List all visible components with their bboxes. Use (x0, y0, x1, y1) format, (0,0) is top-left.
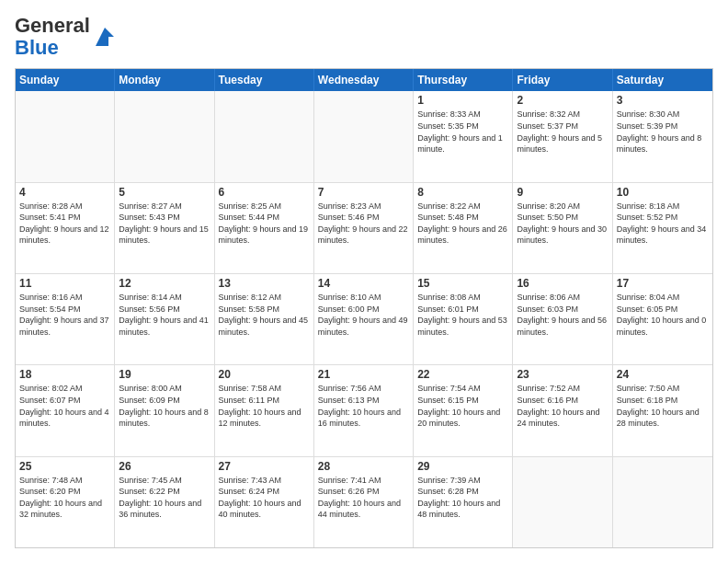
cell-sun-info: Sunrise: 7:50 AM Sunset: 6:18 PM Dayligh… (617, 383, 709, 429)
weekday-header: Sunday (16, 69, 115, 91)
day-number: 17 (617, 277, 709, 290)
day-number: 2 (517, 94, 608, 107)
calendar-cell (115, 91, 214, 181)
day-number: 13 (219, 277, 310, 290)
day-number: 1 (417, 94, 508, 107)
calendar-cell: 20Sunrise: 7:58 AM Sunset: 6:11 PM Dayli… (215, 365, 314, 455)
cell-sun-info: Sunrise: 7:45 AM Sunset: 6:22 PM Dayligh… (119, 475, 210, 521)
day-number: 23 (517, 368, 608, 381)
day-number: 4 (19, 186, 110, 199)
weekday-header: Wednesday (314, 69, 414, 91)
day-number: 19 (119, 368, 210, 381)
cell-sun-info: Sunrise: 7:39 AM Sunset: 6:28 PM Dayligh… (417, 475, 508, 521)
cell-sun-info: Sunrise: 8:14 AM Sunset: 5:56 PM Dayligh… (119, 292, 210, 338)
calendar-cell: 22Sunrise: 7:54 AM Sunset: 6:15 PM Dayli… (414, 365, 513, 455)
cell-sun-info: Sunrise: 8:02 AM Sunset: 6:07 PM Dayligh… (19, 383, 110, 429)
calendar-cell (314, 91, 414, 181)
weekday-header: Tuesday (215, 69, 314, 91)
calendar-cell: 11Sunrise: 8:16 AM Sunset: 5:54 PM Dayli… (16, 274, 115, 364)
cell-sun-info: Sunrise: 8:32 AM Sunset: 5:37 PM Dayligh… (517, 109, 608, 155)
day-number: 29 (417, 460, 508, 473)
day-number: 11 (19, 277, 110, 290)
calendar-cell (215, 91, 314, 181)
cell-sun-info: Sunrise: 8:12 AM Sunset: 5:58 PM Dayligh… (219, 292, 310, 338)
calendar-row: 4Sunrise: 8:28 AM Sunset: 5:41 PM Daylig… (16, 183, 712, 274)
day-number: 9 (517, 186, 608, 199)
day-number: 18 (19, 368, 110, 381)
calendar-cell (513, 457, 612, 547)
calendar-cell: 10Sunrise: 8:18 AM Sunset: 5:52 PM Dayli… (613, 183, 712, 273)
weekday-header: Monday (115, 69, 214, 91)
calendar-cell: 16Sunrise: 8:06 AM Sunset: 6:03 PM Dayli… (513, 274, 612, 364)
calendar-cell: 24Sunrise: 7:50 AM Sunset: 6:18 PM Dayli… (613, 365, 712, 455)
logo-icon (92, 24, 118, 50)
day-number: 10 (617, 186, 709, 199)
calendar-cell: 27Sunrise: 7:43 AM Sunset: 6:24 PM Dayli… (215, 457, 314, 547)
day-number: 3 (617, 94, 709, 107)
weekday-header: Saturday (613, 69, 712, 91)
cell-sun-info: Sunrise: 7:52 AM Sunset: 6:16 PM Dayligh… (517, 383, 608, 429)
calendar-cell: 7Sunrise: 8:23 AM Sunset: 5:46 PM Daylig… (314, 183, 414, 273)
day-number: 27 (219, 460, 310, 473)
cell-sun-info: Sunrise: 8:00 AM Sunset: 6:09 PM Dayligh… (119, 383, 210, 429)
cell-sun-info: Sunrise: 7:58 AM Sunset: 6:11 PM Dayligh… (219, 383, 310, 429)
cell-sun-info: Sunrise: 8:20 AM Sunset: 5:50 PM Dayligh… (517, 201, 608, 247)
page-header: General Blue (15, 15, 713, 59)
calendar-row: 18Sunrise: 8:02 AM Sunset: 6:07 PM Dayli… (16, 365, 712, 456)
logo-blue: Blue (15, 36, 59, 59)
cell-sun-info: Sunrise: 8:16 AM Sunset: 5:54 PM Dayligh… (19, 292, 110, 338)
day-number: 14 (318, 277, 409, 290)
day-number: 28 (318, 460, 409, 473)
day-number: 20 (219, 368, 310, 381)
cell-sun-info: Sunrise: 7:48 AM Sunset: 6:20 PM Dayligh… (19, 475, 110, 521)
calendar-cell: 12Sunrise: 8:14 AM Sunset: 5:56 PM Dayli… (115, 274, 214, 364)
cell-sun-info: Sunrise: 7:56 AM Sunset: 6:13 PM Dayligh… (318, 383, 409, 429)
logo: General Blue (15, 15, 118, 59)
calendar-cell: 3Sunrise: 8:30 AM Sunset: 5:39 PM Daylig… (613, 91, 712, 181)
day-number: 15 (417, 277, 508, 290)
calendar-cell: 28Sunrise: 7:41 AM Sunset: 6:26 PM Dayli… (314, 457, 414, 547)
calendar-cell: 1Sunrise: 8:33 AM Sunset: 5:35 PM Daylig… (414, 91, 513, 181)
calendar-cell: 5Sunrise: 8:27 AM Sunset: 5:43 PM Daylig… (115, 183, 214, 273)
weekday-header: Friday (513, 69, 612, 91)
calendar-header: SundayMondayTuesdayWednesdayThursdayFrid… (16, 69, 712, 91)
cell-sun-info: Sunrise: 8:22 AM Sunset: 5:48 PM Dayligh… (417, 201, 508, 247)
calendar-cell: 17Sunrise: 8:04 AM Sunset: 6:05 PM Dayli… (613, 274, 712, 364)
calendar-cell: 13Sunrise: 8:12 AM Sunset: 5:58 PM Dayli… (215, 274, 314, 364)
calendar-cell: 19Sunrise: 8:00 AM Sunset: 6:09 PM Dayli… (115, 365, 214, 455)
day-number: 21 (318, 368, 409, 381)
calendar-cell (613, 457, 712, 547)
calendar-cell (16, 91, 115, 181)
cell-sun-info: Sunrise: 8:30 AM Sunset: 5:39 PM Dayligh… (617, 109, 709, 155)
calendar-row: 1Sunrise: 8:33 AM Sunset: 5:35 PM Daylig… (16, 91, 712, 182)
calendar-cell: 6Sunrise: 8:25 AM Sunset: 5:44 PM Daylig… (215, 183, 314, 273)
cell-sun-info: Sunrise: 8:33 AM Sunset: 5:35 PM Dayligh… (417, 109, 508, 155)
day-number: 26 (119, 460, 210, 473)
cell-sun-info: Sunrise: 7:41 AM Sunset: 6:26 PM Dayligh… (318, 475, 409, 521)
calendar-cell: 15Sunrise: 8:08 AM Sunset: 6:01 PM Dayli… (414, 274, 513, 364)
cell-sun-info: Sunrise: 7:54 AM Sunset: 6:15 PM Dayligh… (417, 383, 508, 429)
weekday-header: Thursday (414, 69, 513, 91)
day-number: 6 (219, 186, 310, 199)
day-number: 24 (617, 368, 709, 381)
day-number: 25 (19, 460, 110, 473)
cell-sun-info: Sunrise: 8:25 AM Sunset: 5:44 PM Dayligh… (219, 201, 310, 247)
cell-sun-info: Sunrise: 7:43 AM Sunset: 6:24 PM Dayligh… (219, 475, 310, 521)
cell-sun-info: Sunrise: 8:23 AM Sunset: 5:46 PM Dayligh… (318, 201, 409, 247)
calendar-cell: 18Sunrise: 8:02 AM Sunset: 6:07 PM Dayli… (16, 365, 115, 455)
cell-sun-info: Sunrise: 8:04 AM Sunset: 6:05 PM Dayligh… (617, 292, 709, 338)
calendar-cell: 29Sunrise: 7:39 AM Sunset: 6:28 PM Dayli… (414, 457, 513, 547)
calendar-cell: 2Sunrise: 8:32 AM Sunset: 5:37 PM Daylig… (513, 91, 612, 181)
day-number: 8 (417, 186, 508, 199)
day-number: 7 (318, 186, 409, 199)
calendar-cell: 4Sunrise: 8:28 AM Sunset: 5:41 PM Daylig… (16, 183, 115, 273)
cell-sun-info: Sunrise: 8:28 AM Sunset: 5:41 PM Dayligh… (19, 201, 110, 247)
calendar-cell: 23Sunrise: 7:52 AM Sunset: 6:16 PM Dayli… (513, 365, 612, 455)
calendar: SundayMondayTuesdayWednesdayThursdayFrid… (15, 68, 713, 548)
day-number: 22 (417, 368, 508, 381)
cell-sun-info: Sunrise: 8:27 AM Sunset: 5:43 PM Dayligh… (119, 201, 210, 247)
cell-sun-info: Sunrise: 8:18 AM Sunset: 5:52 PM Dayligh… (617, 201, 709, 247)
calendar-cell: 26Sunrise: 7:45 AM Sunset: 6:22 PM Dayli… (115, 457, 214, 547)
calendar-row: 11Sunrise: 8:16 AM Sunset: 5:54 PM Dayli… (16, 274, 712, 365)
calendar-cell: 8Sunrise: 8:22 AM Sunset: 5:48 PM Daylig… (414, 183, 513, 273)
